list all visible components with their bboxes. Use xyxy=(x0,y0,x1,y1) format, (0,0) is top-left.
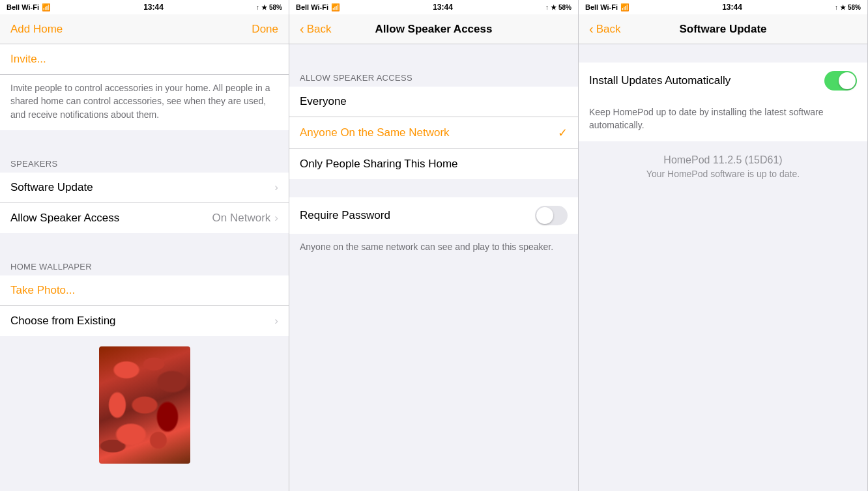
status-left-1: Bell Wi-Fi 📶 xyxy=(7,3,51,12)
wallpaper-table: Take Photo... Choose from Existing › xyxy=(0,275,289,336)
back-label-2: Back xyxy=(307,23,332,36)
carrier-label-2: Bell Wi-Fi xyxy=(296,3,328,11)
require-password-label: Require Password xyxy=(300,209,535,222)
back-chevron-3: ‹ xyxy=(589,21,594,36)
back-label-3: Back xyxy=(596,23,621,36)
nav-bar-2: ‹ Back Allow Speaker Access xyxy=(289,14,578,44)
speakers-table: Software Update › Allow Speaker Access O… xyxy=(0,173,289,233)
install-updates-row: Install Updates Automatically xyxy=(579,63,867,99)
screen3-content: Install Updates Automatically Keep HomeP… xyxy=(579,44,867,491)
everyone-option[interactable]: Everyone xyxy=(289,87,578,117)
time-3: 13:44 xyxy=(722,3,742,12)
invite-label: Invite... xyxy=(10,53,278,66)
invite-description: Invite people to control accessories in … xyxy=(0,75,289,130)
allow-speaker-access-row[interactable]: Allow Speaker Access On Network › xyxy=(0,203,289,233)
time-1: 13:44 xyxy=(143,3,164,12)
version-status: Your HomePod software is up to date. xyxy=(589,169,857,179)
status-left-3: Bell Wi-Fi 📶 xyxy=(585,3,629,12)
same-network-label: Anyone On the Same Network xyxy=(300,126,558,139)
screen1-content: Invite... Invite people to control acces… xyxy=(0,44,289,491)
carrier-label-3: Bell Wi-Fi xyxy=(585,3,618,11)
bluetooth-icon-2: ★ xyxy=(551,4,557,11)
status-bar-1: Bell Wi-Fi 📶 13:44 ↑ ★ 58% xyxy=(0,0,289,14)
sharing-home-label: Only People Sharing This Home xyxy=(300,158,568,171)
sharing-home-option[interactable]: Only People Sharing This Home xyxy=(289,149,578,179)
screen-allow-speaker-access: Bell Wi-Fi 📶 13:44 ↑ ★ 58% ‹ Back Allow … xyxy=(289,0,579,491)
screen-home-settings: Bell Wi-Fi 📶 13:44 ↑ ★ 58% Add Home Done… xyxy=(0,0,289,491)
allow-speaker-access-label: Allow Speaker Access xyxy=(10,212,212,225)
wifi-icon-3: 📶 xyxy=(620,3,629,12)
speaker-access-section-header: ALLOW SPEAKER ACCESS xyxy=(289,63,578,87)
status-right-1: ↑ ★ 58% xyxy=(256,4,282,11)
bluetooth-icon-1: ★ xyxy=(261,4,267,11)
speaker-info-text: Anyone on the same network can see and p… xyxy=(289,234,578,260)
toggle-thumb xyxy=(536,207,553,224)
take-photo-row[interactable]: Take Photo... xyxy=(0,275,289,306)
wallpaper-preview xyxy=(99,346,190,464)
version-info: HomePod 11.2.5 (15D61) Your HomePod soft… xyxy=(579,141,867,184)
install-updates-label: Install Updates Automatically xyxy=(589,74,824,87)
screen-software-update: Bell Wi-Fi 📶 13:44 ↑ ★ 58% ‹ Back Softwa… xyxy=(579,0,868,491)
update-description: Keep HomePod up to date by installing th… xyxy=(579,99,867,141)
location-icon-3: ↑ xyxy=(835,4,838,11)
invite-row[interactable]: Invite... xyxy=(0,44,289,75)
choose-existing-chevron: › xyxy=(274,315,278,328)
version-number: HomePod 11.2.5 (15D61) xyxy=(589,154,857,166)
wifi-icon-1: 📶 xyxy=(42,3,51,12)
same-network-option[interactable]: Anyone On the Same Network ✓ xyxy=(289,117,578,149)
nav-bar-3: ‹ Back Software Update xyxy=(579,14,867,44)
speakers-section-header: SPEAKERS xyxy=(0,148,289,173)
require-password-row: Require Password xyxy=(289,197,578,234)
nav-title-3: Software Update xyxy=(679,23,766,36)
wallpaper-section-header: HOME WALLPAPER xyxy=(0,251,289,275)
wallpaper-leaves-image xyxy=(99,346,190,464)
selected-checkmark: ✓ xyxy=(558,126,568,140)
choose-existing-label: Choose from Existing xyxy=(10,315,274,328)
add-home-button[interactable]: Add Home xyxy=(10,23,63,36)
allow-speaker-access-chevron: › xyxy=(274,212,278,225)
done-button[interactable]: Done xyxy=(252,23,278,36)
install-toggle-thumb xyxy=(839,72,856,89)
status-right-2: ↑ ★ 58% xyxy=(545,4,571,11)
status-bar-3: Bell Wi-Fi 📶 13:44 ↑ ★ 58% xyxy=(579,0,867,14)
status-right-3: ↑ ★ 58% xyxy=(835,4,861,11)
time-2: 13:44 xyxy=(433,3,453,12)
carrier-label-1: Bell Wi-Fi xyxy=(7,3,39,11)
back-button-2[interactable]: ‹ Back xyxy=(300,21,331,36)
install-updates-table: Install Updates Automatically Keep HomeP… xyxy=(579,63,867,141)
screen2-content: ALLOW SPEAKER ACCESS Everyone Anyone On … xyxy=(289,44,578,491)
install-updates-toggle[interactable] xyxy=(824,71,857,91)
wifi-icon-2: 📶 xyxy=(331,3,340,12)
battery-label-3: 58% xyxy=(848,4,861,11)
everyone-label: Everyone xyxy=(300,95,568,108)
location-icon-2: ↑ xyxy=(545,4,549,11)
battery-label-2: 58% xyxy=(558,4,571,11)
status-bar-2: Bell Wi-Fi 📶 13:44 ↑ ★ 58% xyxy=(289,0,578,14)
software-update-chevron: › xyxy=(274,181,278,194)
software-update-row[interactable]: Software Update › xyxy=(0,173,289,203)
require-password-toggle[interactable] xyxy=(535,206,568,225)
access-options-table: Everyone Anyone On the Same Network ✓ On… xyxy=(289,87,578,179)
nav-bar-1: Add Home Done xyxy=(0,14,289,44)
software-update-label: Software Update xyxy=(10,181,274,194)
nav-title-2: Allow Speaker Access xyxy=(375,23,493,36)
take-photo-label: Take Photo... xyxy=(10,284,278,297)
invite-section: Invite... Invite people to control acces… xyxy=(0,44,289,130)
status-left-2: Bell Wi-Fi 📶 xyxy=(296,3,340,12)
require-password-table: Require Password xyxy=(289,197,578,234)
choose-existing-row[interactable]: Choose from Existing › xyxy=(0,306,289,336)
back-chevron-2: ‹ xyxy=(300,21,304,36)
back-button-3[interactable]: ‹ Back xyxy=(589,21,620,36)
battery-label-1: 58% xyxy=(269,4,282,11)
location-icon-1: ↑ xyxy=(256,4,259,11)
allow-speaker-access-value: On Network xyxy=(212,212,271,225)
bluetooth-icon-3: ★ xyxy=(840,4,846,11)
